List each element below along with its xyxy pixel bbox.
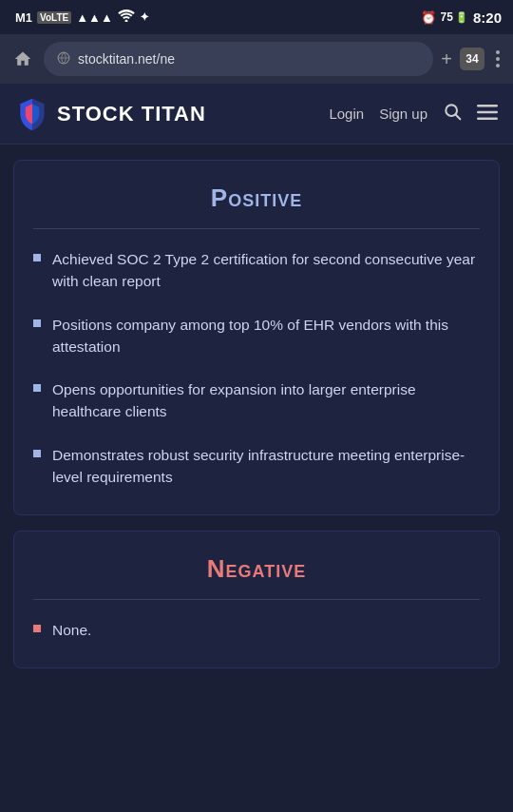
- positive-divider: [33, 228, 480, 229]
- menu-dot-2: [496, 57, 500, 61]
- positive-bullet-text: Achieved SOC 2 Type 2 certification for …: [52, 248, 480, 293]
- negative-section: Negative None.: [13, 531, 500, 668]
- positive-bullet-marker: [33, 384, 41, 392]
- carrier-info: M1 VoLTE ▲▲▲ ✦: [15, 10, 149, 25]
- positive-bullet-text: Opens opportunities for expansion into l…: [52, 378, 480, 423]
- positive-bullet-item: Opens opportunities for expansion into l…: [33, 378, 480, 423]
- positive-bullet-marker: [33, 319, 41, 327]
- menu-dot-3: [496, 64, 500, 68]
- site-icon: [57, 51, 70, 68]
- main-content: Positive Achieved SOC 2 Type 2 certifica…: [0, 160, 513, 668]
- volte-badge: VoLTE: [37, 11, 71, 24]
- url-bar[interactable]: stocktitan.net/ne: [44, 42, 433, 76]
- url-text: stocktitan.net/ne: [78, 51, 175, 67]
- carrier-name: M1: [15, 10, 32, 25]
- wifi-icon: [118, 10, 135, 25]
- positive-bullet-text: Demonstrates robust security infrastruct…: [52, 444, 480, 489]
- logo-shield-icon: [15, 97, 49, 131]
- search-button[interactable]: [443, 102, 462, 126]
- battery-icon: 🔋: [455, 11, 468, 24]
- browser-actions: + 34: [441, 47, 504, 71]
- site-header: STOCK TITAN Login Sign up: [0, 84, 513, 145]
- positive-bullet-text: Positions company among top 10% of EHR v…: [52, 314, 480, 358]
- negative-section-title: Negative: [33, 554, 480, 584]
- battery-indicator: 75 🔋: [441, 10, 468, 24]
- negative-bullet-list: None.: [33, 619, 480, 641]
- positive-bullet-item: Positions company among top 10% of EHR v…: [33, 314, 480, 358]
- site-nav: Login Sign up: [329, 102, 498, 126]
- signal-icon: ▲▲▲: [76, 10, 113, 25]
- positive-bullet-marker: [33, 254, 41, 261]
- status-bar: M1 VoLTE ▲▲▲ ✦ ⏰ 75 🔋 8:20: [0, 0, 513, 34]
- svg-rect-4: [477, 111, 498, 114]
- negative-divider: [33, 599, 480, 600]
- svg-rect-3: [477, 105, 498, 107]
- positive-bullet-item: Demonstrates robust security infrastruct…: [33, 444, 480, 489]
- negative-bullet-item: None.: [33, 619, 480, 641]
- svg-line-2: [456, 115, 461, 120]
- negative-bullet-marker: [33, 625, 41, 632]
- battery-level: 75: [441, 10, 453, 24]
- hamburger-menu-button[interactable]: [477, 103, 498, 125]
- positive-bullet-item: Achieved SOC 2 Type 2 certification for …: [33, 248, 480, 293]
- tab-count[interactable]: 34: [460, 48, 484, 70]
- home-button[interactable]: [10, 46, 36, 72]
- browser-menu-button[interactable]: [492, 47, 504, 71]
- negative-bullet-text: None.: [52, 619, 91, 641]
- status-right: ⏰ 75 🔋 8:20: [421, 10, 502, 26]
- site-title: STOCK TITAN: [57, 102, 206, 126]
- signup-button[interactable]: Sign up: [379, 106, 428, 122]
- svg-rect-5: [477, 118, 498, 121]
- positive-bullet-list: Achieved SOC 2 Type 2 certification for …: [33, 248, 480, 488]
- extra-icon: ✦: [140, 10, 149, 24]
- positive-bullet-marker: [33, 450, 41, 457]
- site-logo[interactable]: STOCK TITAN: [15, 97, 329, 131]
- menu-dot-1: [496, 50, 500, 54]
- positive-section: Positive Achieved SOC 2 Type 2 certifica…: [13, 160, 500, 515]
- positive-section-title: Positive: [33, 184, 480, 213]
- login-button[interactable]: Login: [329, 106, 364, 122]
- alarm-icon: ⏰: [421, 10, 436, 25]
- browser-bar: stocktitan.net/ne + 34: [0, 34, 513, 84]
- status-time: 8:20: [473, 10, 502, 26]
- new-tab-button[interactable]: +: [441, 48, 452, 70]
